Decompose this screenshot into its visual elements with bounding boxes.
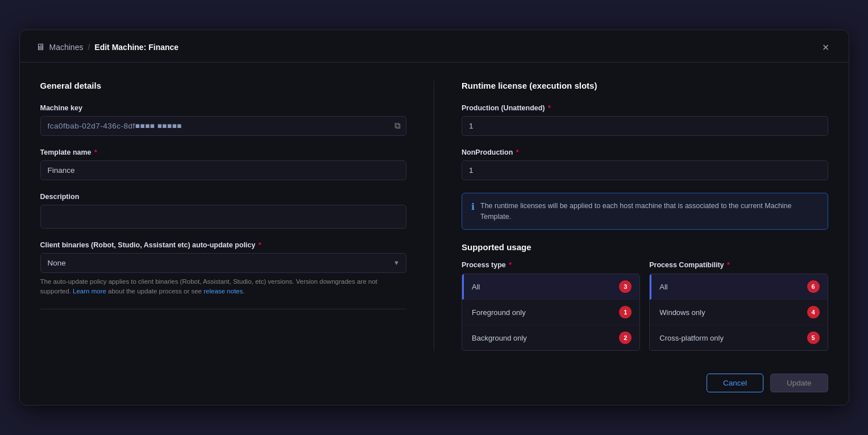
nonproduction-group: NonProduction * [462, 148, 828, 180]
process-lists: Process type * All 3 Foreground only 1 B… [462, 261, 828, 351]
template-name-input[interactable] [40, 160, 407, 180]
process-compat-item-windows[interactable]: Windows only 4 [650, 300, 827, 325]
breadcrumb-link[interactable]: Machines [49, 43, 84, 52]
process-compat-item-crossplatform[interactable]: Cross-platform only 5 [650, 325, 827, 350]
modal-header: 🖥 Machines / Edit Machine: Finance × [20, 30, 849, 63]
modal: 🖥 Machines / Edit Machine: Finance × Gen… [19, 30, 849, 406]
nonproduction-input[interactable] [462, 160, 828, 180]
description-label: Description [40, 193, 407, 201]
machines-icon: 🖥 [36, 42, 45, 52]
nonproduction-label: NonProduction * [462, 148, 828, 156]
process-compat-header: Process Compatibility * [649, 261, 828, 269]
process-type-header: Process type * [462, 261, 640, 269]
description-group: Description [40, 193, 407, 229]
process-compat-item-all[interactable]: All 6 [650, 274, 827, 300]
process-type-col: Process type * All 3 Foreground only 1 B… [462, 261, 640, 351]
breadcrumb: 🖥 Machines / Edit Machine: Finance [36, 42, 179, 52]
left-divider [40, 309, 407, 309]
breadcrumb-separator: / [88, 43, 90, 52]
general-details-title: General details [40, 81, 407, 90]
cancel-button[interactable]: Cancel [707, 374, 763, 392]
template-name-group: Template name * [40, 148, 407, 180]
process-type-item-all[interactable]: All 3 [462, 274, 639, 300]
process-compat-list: All 6 Windows only 4 Cross-platform only… [649, 274, 828, 351]
info-text: The runtime licenses will be applied to … [480, 201, 819, 222]
process-type-item-background[interactable]: Background only 2 [462, 325, 639, 350]
auto-update-select[interactable]: None Always IfNewMajor [40, 253, 407, 273]
auto-update-help-text: The auto-update policy applies to client… [40, 277, 407, 297]
badge-5: 5 [807, 332, 820, 344]
right-panel: Runtime license (execution slots) Produc… [434, 81, 828, 351]
badge-2: 2 [619, 332, 632, 344]
auto-update-label: Client binaries (Robot, Studio, Assistan… [40, 241, 407, 249]
machine-key-wrapper: ⧉ [40, 116, 407, 136]
update-button[interactable]: Update [770, 374, 828, 392]
machine-key-label: Machine key [40, 104, 407, 112]
release-notes-link[interactable]: release notes [203, 288, 243, 295]
process-type-list: All 3 Foreground only 1 Background only … [462, 274, 640, 351]
copy-icon[interactable]: ⧉ [394, 121, 401, 131]
auto-update-group: Client binaries (Robot, Studio, Assistan… [40, 241, 407, 297]
runtime-title: Runtime license (execution slots) [462, 81, 828, 90]
description-input[interactable] [40, 205, 407, 229]
modal-body: General details Machine key ⧉ Template n… [20, 63, 849, 365]
badge-3: 3 [619, 280, 632, 293]
supported-usage-title: Supported usage [462, 242, 828, 252]
production-label: Production (Unattended) * [462, 104, 828, 112]
learn-more-link[interactable]: Learn more [73, 288, 106, 295]
process-compat-col: Process Compatibility * All 6 Windows on… [649, 261, 828, 351]
close-button[interactable]: × [819, 40, 833, 54]
info-box: ℹ The runtime licenses will be applied t… [462, 193, 828, 230]
machine-key-group: Machine key ⧉ [40, 104, 407, 136]
production-input[interactable] [462, 116, 828, 136]
template-name-label: Template name * [40, 148, 407, 156]
production-group: Production (Unattended) * [462, 104, 828, 136]
info-icon: ℹ [471, 201, 475, 212]
badge-4: 4 [807, 306, 820, 318]
process-type-item-foreground[interactable]: Foreground only 1 [462, 300, 639, 325]
left-panel: General details Machine key ⧉ Template n… [40, 81, 435, 351]
badge-6: 6 [807, 280, 820, 293]
badge-1: 1 [619, 306, 632, 318]
modal-footer: Cancel Update [20, 364, 849, 405]
breadcrumb-current: Edit Machine: Finance [94, 43, 178, 52]
machine-key-input[interactable] [40, 116, 407, 136]
auto-update-select-wrapper: None Always IfNewMajor ▼ [40, 253, 407, 273]
